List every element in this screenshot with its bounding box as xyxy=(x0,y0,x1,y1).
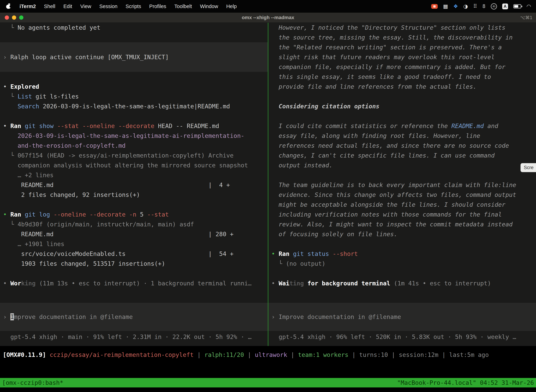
minimize-button[interactable] xyxy=(12,15,16,20)
terminal-line xyxy=(3,72,268,82)
terminal-line xyxy=(272,170,536,180)
terminal-line: this single essay, it seems like a good … xyxy=(272,72,536,82)
tmux-host-clock: "MacBook-Pro-44.local" 04:52 31-Mar-26 xyxy=(397,379,534,386)
menu-window[interactable]: Window xyxy=(196,4,222,9)
bottom-edge xyxy=(0,387,536,392)
menu-bar-status-icons: ▦ ❖ ◑ ⠿ 8 .61 A ◠ xyxy=(431,3,531,9)
brush-icon[interactable]: ❖ xyxy=(453,4,458,9)
terminal-line: including verification notes with those … xyxy=(272,210,536,219)
battery-icon[interactable] xyxy=(513,4,521,9)
terminal-line: changes, I can't cite specific file line… xyxy=(272,150,536,160)
menu-profiles[interactable]: Profiles xyxy=(145,4,170,9)
terminal-line xyxy=(3,269,268,278)
terminal-line: provide file and line references from th… xyxy=(272,82,536,92)
apple-menu-icon[interactable] xyxy=(6,4,11,9)
menu-view[interactable]: View xyxy=(76,4,95,9)
left-pane[interactable]: └ No agents completed yet › Ralph loop a… xyxy=(0,23,268,346)
terminal-line: └ No agents completed yet xyxy=(3,23,268,33)
left-scrollback-top: └ No agents completed yet xyxy=(0,23,268,42)
terminal-line xyxy=(272,92,536,101)
terminal-line: and-the-erosion-of-copyleft.md xyxy=(3,141,268,150)
terminal-line: Search 2026-03-09-is-legal-the-same-as-l… xyxy=(3,101,268,111)
prompt-input-right[interactable]: › Improve documentation in @filename xyxy=(268,303,536,331)
terminal-line xyxy=(3,111,268,121)
terminal-line: src/voice/voiceModeEnabled.ts | 54 + xyxy=(3,249,268,259)
terminal-line: references need actual files, and since … xyxy=(272,141,536,150)
extra-app-icon[interactable]: 8 xyxy=(482,4,486,9)
left-pane-bottom: › Improve documentation in @filename gpt… xyxy=(0,303,268,346)
menu-session[interactable]: Session xyxy=(95,4,121,9)
terminal-line: the "Related research writing" section i… xyxy=(272,42,536,52)
terminal-line: • Ran git status --short xyxy=(272,249,536,259)
terminal-line: [OMX#0.11.9] cczip/essay/ai-reimplementa… xyxy=(3,350,536,360)
gauge-value: .61 xyxy=(492,5,496,8)
menu-edit[interactable]: Edit xyxy=(59,4,76,9)
terminal-line: evidence. Since this change only affects… xyxy=(272,190,536,200)
input-source-icon[interactable]: A xyxy=(502,4,508,9)
menu-app-name[interactable]: iTerm2 xyxy=(15,4,40,9)
menu-bar-left: iTerm2 Shell Edit View Session Scripts P… xyxy=(6,4,241,9)
banner-text: Ralph loop active continue [OMX_TMUX_INJ… xyxy=(10,54,169,61)
terminal: └ No agents completed yet › Ralph loop a… xyxy=(0,23,536,346)
right-scrollback: However, I noticed the "Directory Struct… xyxy=(268,23,536,288)
terminal-line: 1903 files changed, 513517 insertions(+) xyxy=(3,259,268,269)
terminal-line: might be acceptable alongside the file l… xyxy=(272,200,536,210)
terminal-line xyxy=(272,239,536,249)
terminal-line: output instead. xyxy=(272,160,536,170)
terminal-line: • Working (11m 13s • esc to interrupt) ·… xyxy=(3,278,268,288)
menu-bar: iTerm2 Shell Edit View Session Scripts P… xyxy=(0,0,536,13)
screen-recording-indicator-icon[interactable] xyxy=(431,4,438,9)
input-source-letter: A xyxy=(504,4,507,9)
prompt-chevron-icon: › xyxy=(272,313,279,320)
ralph-loop-banner: › Ralph loop active continue [OMX_TMUX_I… xyxy=(0,42,268,72)
menu-help[interactable]: Help xyxy=(222,4,241,9)
terminal-line: README.md | 4 + xyxy=(3,180,268,190)
terminal-line: 2 files changed, 92 insertions(+) xyxy=(3,190,268,200)
terminal-line: … +2 lines xyxy=(3,170,268,180)
banner-chevron-icon: › xyxy=(3,54,10,61)
omx-status-line: [OMX#0.11.9] cczip/essay/ai-reimplementa… xyxy=(0,350,536,360)
terminal-line: slight risk that future readers may over… xyxy=(272,52,536,62)
screen: iTerm2 Shell Edit View Session Scripts P… xyxy=(0,0,536,392)
menu-scripts[interactable]: Scripts xyxy=(121,4,145,9)
left-scrollback: • Explored └ List git ls-files Search 20… xyxy=(0,72,268,288)
terminal-line: the source tree, missing the essay. Stil… xyxy=(272,33,536,42)
terminal-line: README.md | 280 + xyxy=(3,229,268,239)
terminal-line: • Waiting for background terminal (1m 41… xyxy=(272,278,536,288)
screen-edge-tooltip[interactable]: Scre xyxy=(521,163,536,172)
terminal-line: companion file, especially if more comme… xyxy=(272,62,536,72)
menu-shell[interactable]: Shell xyxy=(40,4,59,9)
window-shortcut-badge: ⌥⌘1 xyxy=(520,15,536,20)
terminal-line: The team guideline is to back every impo… xyxy=(272,180,536,190)
grid-icon[interactable]: ▦ xyxy=(443,4,448,9)
terminal-line xyxy=(3,33,268,42)
terminal-line: companion analysis without altering the … xyxy=(3,160,268,170)
terminal-line xyxy=(3,200,268,210)
terminal-line: └ (no output) xyxy=(272,259,536,269)
wifi-icon[interactable]: ◠ xyxy=(526,4,531,9)
title-bar: omx --xhigh --madmax ⌥⌘1 xyxy=(0,13,536,23)
terminal-line: However, I noticed the "Directory Struct… xyxy=(272,23,536,33)
battery-fill xyxy=(514,5,518,8)
contrast-icon[interactable]: ◑ xyxy=(463,4,468,9)
terminal-line: • Explored xyxy=(3,82,268,92)
terminal-line xyxy=(272,111,536,121)
terminal-line: • Ran git show --stat --oneline --decora… xyxy=(3,121,268,131)
prompt-input-left[interactable]: › Improve documentation in @filename xyxy=(0,303,268,331)
terminal-line: of focusing solely on file lines. xyxy=(272,229,536,239)
menu-toolbelt[interactable]: Toolbelt xyxy=(170,4,196,9)
model-status-right: gpt-5.4 xhigh · 96% left · 520K in · 5.8… xyxy=(268,332,536,342)
traffic-lights xyxy=(0,15,23,20)
terminal-line: I could cite commit statistics or refere… xyxy=(272,121,536,131)
right-pane-bottom: › Improve documentation in @filename gpt… xyxy=(268,303,536,346)
apps-grid-icon[interactable]: ⠿ xyxy=(473,4,477,9)
terminal-line: • Ran git log --oneline --decorate -n 5 … xyxy=(3,210,268,219)
right-pane[interactable]: However, I noticed the "Directory Struct… xyxy=(268,23,536,346)
terminal-line: Considering citation options xyxy=(272,101,536,111)
close-button[interactable] xyxy=(5,15,9,20)
gauge-icon[interactable]: .61 xyxy=(491,3,497,9)
window-title: omx --xhigh --madmax xyxy=(0,15,536,20)
zoom-button[interactable] xyxy=(19,15,23,20)
prompt-placeholder: Improve documentation in @filename xyxy=(278,313,401,320)
prompt-placeholder: mprove documentation in @filename xyxy=(14,313,133,320)
